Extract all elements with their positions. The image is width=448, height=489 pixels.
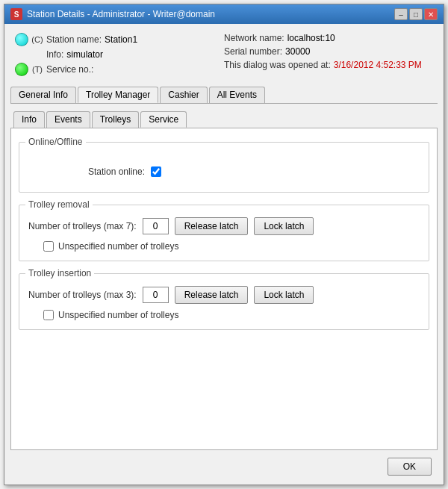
- trolley-insertion-number-input[interactable]: [143, 287, 169, 303]
- network-name-label: Network name:: [224, 33, 284, 43]
- service-no-row: (T) Service no.:: [15, 63, 224, 76]
- serial-number-value: 30000: [285, 46, 310, 57]
- title-bar: S Station Details - Administrator - Writ…: [4, 4, 444, 24]
- serial-number-row: Serial number: 30000: [224, 46, 433, 57]
- station-online-checkbox[interactable]: [151, 166, 161, 177]
- trolley-insertion-section: Trolley insertion Number of trolleys (ma…: [19, 273, 429, 330]
- trolley-removal-unspecified-row: Unspecified number of trolleys: [28, 241, 420, 252]
- dialog-opened-label: This dialog was opened at:: [224, 60, 331, 70]
- status-circle-c: [15, 33, 28, 46]
- tab-content: Info Events Trolleys Service Online/Offl…: [10, 108, 438, 450]
- trolley-insertion-content: Number of trolleys (max 3): Release latc…: [28, 280, 420, 320]
- sub-tabs: Info Events Trolleys Service: [10, 108, 438, 128]
- status-c-label: (C): [31, 35, 43, 44]
- info-value: simulator: [66, 49, 103, 60]
- sub-tab-service[interactable]: Service: [140, 111, 187, 128]
- trolley-removal-release-latch-button[interactable]: Release latch: [175, 217, 249, 235]
- window-body: (C) Station name: Station1 Info: simulat…: [4, 24, 444, 485]
- sub-tab-trolleys[interactable]: Trolleys: [92, 111, 140, 128]
- station-name-label: Station name:: [46, 34, 102, 45]
- service-no-label: Service no.:: [46, 64, 93, 75]
- network-name-row: Network name: localhost:10: [224, 33, 433, 43]
- trolley-removal-content: Number of trolleys (max 7): Release latc…: [28, 211, 420, 252]
- minimize-button[interactable]: –: [394, 8, 408, 20]
- title-bar-left: S Station Details - Administrator - Writ…: [10, 8, 215, 20]
- station-name-row: (C) Station name: Station1: [15, 33, 224, 46]
- trolley-insertion-unspecified-label: Unspecified number of trolleys: [58, 310, 178, 320]
- trolley-insertion-title: Trolley insertion: [25, 268, 94, 278]
- dialog-opened-value: 3/16/2012 4:52:33 PM: [334, 60, 422, 70]
- ok-button[interactable]: OK: [388, 458, 432, 476]
- trolley-removal-number-input[interactable]: [143, 218, 169, 234]
- station-name-value: Station1: [105, 34, 137, 45]
- status-t-label: (T): [31, 65, 43, 74]
- online-offline-title: Online/Offline: [25, 137, 86, 147]
- title-buttons: – □ ✕: [394, 8, 438, 20]
- station-online-row: Station online:: [28, 155, 420, 183]
- info-label: Info:: [46, 49, 63, 60]
- trolley-insertion-lock-latch-button[interactable]: Lock latch: [254, 286, 314, 304]
- trolley-removal-section: Trolley removal Number of trolleys (max …: [19, 205, 429, 261]
- trolley-removal-number-label: Number of trolleys (max 7):: [28, 221, 137, 231]
- tab-cashier[interactable]: Cashier: [160, 87, 207, 103]
- trolley-insertion-unspecified-checkbox[interactable]: [43, 310, 54, 320]
- sub-tab-info[interactable]: Info: [13, 111, 45, 128]
- main-window: S Station Details - Administrator - Writ…: [4, 4, 444, 485]
- trolley-removal-title: Trolley removal: [25, 199, 93, 210]
- tab-general-info[interactable]: General Info: [10, 87, 76, 103]
- sub-tab-events[interactable]: Events: [46, 111, 90, 128]
- station-online-label: Station online:: [88, 166, 145, 177]
- info-left-col: (C) Station name: Station1 Info: simulat…: [15, 33, 224, 76]
- online-offline-content: Station online:: [28, 149, 420, 183]
- trolley-removal-number-row: Number of trolleys (max 7): Release latc…: [28, 217, 420, 235]
- main-tabs: General Info Trolley Manager Cashier All…: [10, 87, 438, 104]
- window-title: Station Details - Administrator - Writer…: [27, 9, 215, 19]
- service-content-panel: Online/Offline Station online: Trolley r…: [10, 128, 438, 450]
- dialog-opened-row: This dialog was opened at: 3/16/2012 4:5…: [224, 60, 433, 70]
- trolley-manager-content: Info Events Trolleys Service Online/Offl…: [10, 108, 438, 450]
- trolley-insertion-release-latch-button[interactable]: Release latch: [175, 286, 249, 304]
- window-icon: S: [10, 8, 22, 20]
- network-name-value: localhost:10: [287, 33, 335, 43]
- trolley-insertion-number-row: Number of trolleys (max 3): Release latc…: [28, 286, 420, 304]
- footer: OK: [10, 455, 438, 479]
- tab-trolley-manager[interactable]: Trolley Manager: [78, 87, 158, 103]
- status-circle-t: [15, 63, 28, 76]
- trolley-removal-unspecified-label: Unspecified number of trolleys: [58, 241, 178, 252]
- online-offline-section: Online/Offline Station online:: [19, 142, 429, 193]
- tab-all-events[interactable]: All Events: [209, 87, 265, 103]
- info-row: Info: simulator: [15, 49, 224, 60]
- trolley-removal-lock-latch-button[interactable]: Lock latch: [254, 217, 314, 235]
- maximize-button[interactable]: □: [409, 8, 423, 20]
- trolley-removal-unspecified-checkbox[interactable]: [43, 241, 54, 252]
- close-button[interactable]: ✕: [424, 8, 438, 20]
- station-info: (C) Station name: Station1 Info: simulat…: [10, 30, 438, 79]
- trolley-insertion-number-label: Number of trolleys (max 3):: [28, 290, 137, 300]
- trolley-insertion-unspecified-row: Unspecified number of trolleys: [28, 310, 420, 320]
- serial-number-label: Serial number:: [224, 46, 282, 57]
- info-right-col: Network name: localhost:10 Serial number…: [224, 33, 433, 70]
